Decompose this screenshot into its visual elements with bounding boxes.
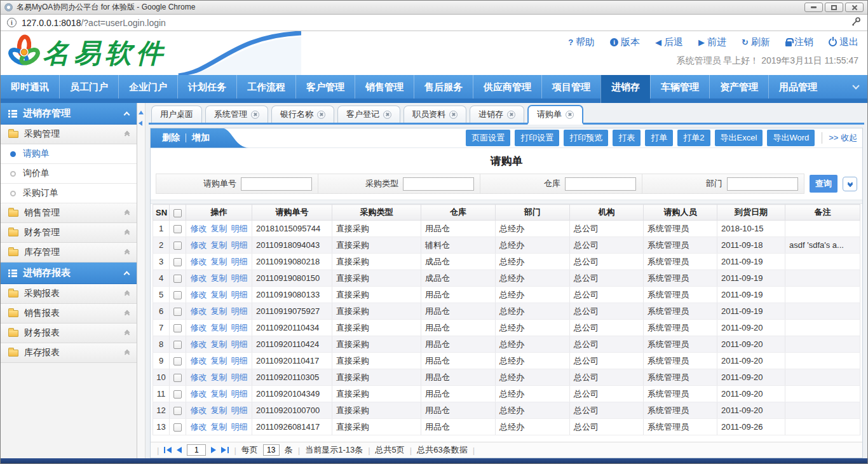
nav-item-instant-messaging[interactable]: 即时通讯 <box>1 75 59 99</box>
print-setup-button[interactable]: 打印设置 <box>515 130 559 146</box>
nav-item-project-management[interactable]: 项目管理 <box>541 75 600 99</box>
modify-link[interactable]: 修改 <box>191 422 207 432</box>
tab-customer-registration[interactable]: 客户登记 <box>337 106 400 123</box>
modify-link[interactable]: 修改 <box>191 389 207 399</box>
tab-purchase-requisition[interactable]: 请购单 <box>527 105 583 125</box>
nav-item-sales-management[interactable]: 销售管理 <box>355 75 414 99</box>
sidebar-item-purchase-order[interactable]: 采购订单 <box>1 184 137 203</box>
key-icon[interactable] <box>850 17 861 29</box>
detail-link[interactable]: 明细 <box>231 240 248 250</box>
detail-link[interactable]: 明细 <box>231 372 248 382</box>
nav-item-plan-tasks[interactable]: 计划任务 <box>177 75 236 99</box>
copy-link[interactable]: 复制 <box>211 422 227 432</box>
nav-item-asset-management[interactable]: 资产管理 <box>709 75 768 99</box>
row-checkbox[interactable] <box>173 242 182 250</box>
detail-link[interactable]: 明细 <box>231 323 248 332</box>
copy-link[interactable]: 复制 <box>211 323 227 332</box>
print-slip-button[interactable]: 打单 <box>645 130 673 146</box>
modify-link[interactable]: 修改 <box>191 323 207 332</box>
tab-system-management[interactable]: 系统管理 <box>205 106 268 123</box>
search-input-purchase-type[interactable] <box>403 177 474 191</box>
modify-link[interactable]: 修改 <box>191 356 207 365</box>
collapse-sidebar-icon[interactable] <box>139 121 142 126</box>
detail-link[interactable]: 明细 <box>231 422 248 432</box>
nav-item-supplies-management[interactable]: 用品管理 <box>768 75 827 99</box>
nav-item-enterprise-portal[interactable]: 企业门户 <box>118 75 177 99</box>
modify-link[interactable]: 修改 <box>191 290 207 299</box>
tab-close-icon[interactable] <box>251 111 259 119</box>
help-link[interactable]: ?帮助 <box>568 36 595 48</box>
copy-link[interactable]: 复制 <box>211 290 227 299</box>
row-checkbox[interactable] <box>173 324 182 332</box>
copy-link[interactable]: 复制 <box>211 339 227 349</box>
tab-close-icon[interactable] <box>383 111 391 119</box>
modify-link[interactable]: 修改 <box>191 306 207 316</box>
close-button[interactable] <box>845 3 864 12</box>
search-button[interactable]: 查询 <box>810 175 837 193</box>
row-checkbox[interactable] <box>173 423 182 432</box>
row-checkbox[interactable] <box>173 407 182 415</box>
modify-link[interactable]: 修改 <box>191 406 207 415</box>
row-checkbox[interactable] <box>173 258 182 266</box>
add-button[interactable]: 增加 <box>192 132 210 144</box>
print-preview-button[interactable]: 打印预览 <box>564 130 608 146</box>
back-link[interactable]: ◀后退 <box>655 36 683 48</box>
tab-close-icon[interactable] <box>507 111 515 119</box>
copy-link[interactable]: 复制 <box>211 224 227 233</box>
copy-link[interactable]: 复制 <box>211 273 227 283</box>
tab-close-icon[interactable] <box>566 111 574 119</box>
page-input[interactable] <box>187 444 206 456</box>
modify-link[interactable]: 修改 <box>191 339 207 349</box>
nav-overflow-chevron-icon[interactable] <box>852 82 859 89</box>
detail-link[interactable]: 明细 <box>231 356 248 365</box>
expand-search-button[interactable] <box>843 177 857 191</box>
nav-item-customer-management[interactable]: 客户管理 <box>295 75 355 99</box>
panel-scroll-strip[interactable] <box>137 103 146 458</box>
detail-link[interactable]: 明细 <box>231 339 248 349</box>
row-checkbox[interactable] <box>173 357 182 365</box>
search-input-request-no[interactable] <box>241 177 312 191</box>
detail-link[interactable]: 明细 <box>231 273 248 283</box>
search-input-department[interactable] <box>727 177 798 191</box>
detail-link[interactable]: 明细 <box>231 406 248 415</box>
copy-link[interactable]: 复制 <box>211 372 227 382</box>
maximize-button[interactable] <box>825 3 843 12</box>
nav-item-supplier-management[interactable]: 供应商管理 <box>473 75 541 99</box>
last-page-button[interactable] <box>221 447 229 453</box>
copy-link[interactable]: 复制 <box>211 356 227 365</box>
nav-item-after-sales-service[interactable]: 售后服务 <box>414 75 473 99</box>
modify-link[interactable]: 修改 <box>191 257 207 266</box>
nav-item-inventory[interactable]: 进销存 <box>600 75 650 103</box>
sidebar-item-purchase-requisition[interactable]: 请购单 <box>1 144 137 164</box>
search-input-warehouse[interactable] <box>565 177 636 191</box>
row-checkbox[interactable] <box>173 341 182 349</box>
detail-link[interactable]: 明细 <box>231 257 248 266</box>
tab-close-icon[interactable] <box>317 111 325 119</box>
logout-link[interactable]: 注销 <box>785 36 813 48</box>
modify-link[interactable]: 修改 <box>191 273 207 283</box>
per-page-input[interactable] <box>263 444 280 456</box>
next-page-button[interactable] <box>211 447 216 453</box>
sidebar-section-inventory-reports[interactable]: 进销存报表 <box>1 263 137 284</box>
url-bar[interactable]: i 127.0.0.1:8018 /?act=userLogin.login <box>1 15 867 31</box>
print-slip-2-button[interactable]: 打单2 <box>677 130 710 146</box>
row-checkbox[interactable] <box>173 390 182 399</box>
copy-link[interactable]: 复制 <box>211 406 227 415</box>
select-all-checkbox[interactable] <box>173 209 182 217</box>
sidebar-folder-stock-management[interactable]: 库存管理 <box>1 243 137 263</box>
delete-button[interactable]: 删除 <box>162 132 180 144</box>
tab-inventory[interactable]: 进销存 <box>470 106 524 123</box>
copy-link[interactable]: 复制 <box>211 306 227 316</box>
collapse-toolbar-link[interactable]: >> 收起 <box>822 132 857 144</box>
export-word-button[interactable]: 导出Word <box>767 130 815 146</box>
scroll-up-icon[interactable] <box>139 111 144 114</box>
tab-close-icon[interactable] <box>449 111 458 119</box>
first-page-button[interactable] <box>164 447 172 453</box>
modify-link[interactable]: 修改 <box>191 240 207 250</box>
copy-link[interactable]: 复制 <box>211 389 227 399</box>
sidebar-section-inventory-management[interactable]: 进销存管理 <box>1 103 137 125</box>
detail-link[interactable]: 明细 <box>231 290 248 299</box>
exit-link[interactable]: 退出 <box>829 36 858 48</box>
nav-item-workflow[interactable]: 工作流程 <box>236 75 295 99</box>
row-checkbox[interactable] <box>173 225 182 233</box>
